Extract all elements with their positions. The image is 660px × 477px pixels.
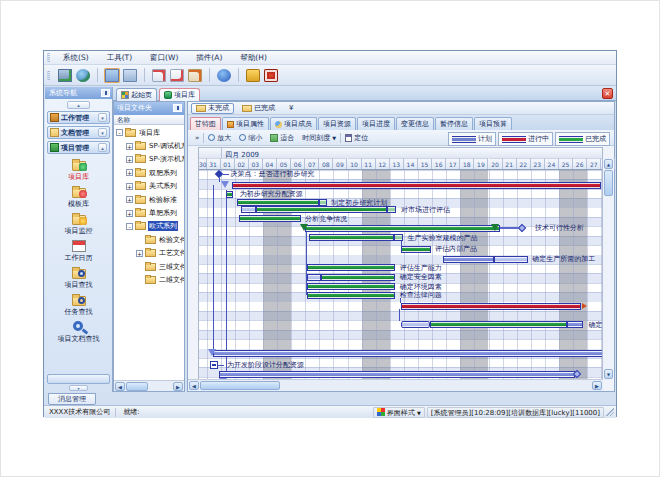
tree-item-6[interactable]: +单肥系列 [114,206,184,219]
gantt-bar[interactable] [307,264,395,271]
tree-item-5[interactable]: +检验标准 [114,193,184,206]
chevron-down-icon[interactable]: ▾ [98,128,107,137]
gantt-tab-1[interactable]: 项目属性 [222,117,269,130]
sidebar-section-1[interactable]: 文档管理▾ [47,126,110,139]
gantt-tab-4[interactable]: 项目进度 [357,117,395,130]
message-management-tab[interactable]: 消息管理 [48,393,96,405]
collapse-icon[interactable]: - [116,129,123,136]
ui-style-button[interactable]: 界面样式 ▼ [373,407,425,418]
gantt-bar[interactable] [226,191,233,198]
gantt-bar[interactable] [387,206,396,213]
scroll-down-icon[interactable]: ▼ [604,369,613,379]
tree-item-9[interactable]: +工艺文件 [114,247,184,260]
menu-item-0[interactable]: 系统(S) [54,53,98,63]
mail-send-icon[interactable] [188,69,202,82]
gantt-tab-6[interactable]: 暂停信息 [435,117,473,130]
sidebar-collapsed-section[interactable] [47,374,110,384]
sidebar-item-5[interactable]: 任务查找 [45,292,112,317]
gantt-bar[interactable] [307,274,321,281]
scroll-right-icon[interactable]: ▶ [592,381,602,390]
scroll-left-icon[interactable]: ◀ [115,382,125,391]
gantt-tab-0[interactable]: 甘特图 [190,117,221,130]
expand-icon[interactable]: + [126,210,133,217]
folder-view-icon[interactable] [123,69,137,82]
doc-tab-1[interactable]: 项目库 [159,88,200,101]
tree-item-2[interactable]: +SP-演示机系 [114,153,184,166]
menu-item-3[interactable]: 插件(A) [187,53,231,63]
gantt-bar[interactable] [305,225,500,232]
sidebar-item-3[interactable]: 工作日历 [45,238,112,263]
milestone-box-icon[interactable] [210,361,218,369]
gantt-bar[interactable] [401,246,431,253]
tree-horizontal-scrollbar[interactable]: ◀ ▶ [114,380,184,391]
tree-item-11[interactable]: 二维文件 [114,273,184,286]
gantt-bar[interactable] [239,215,301,222]
sidebar-section-2[interactable]: 项目管理▴ [47,141,110,154]
tree-item-3[interactable]: +双肥系列 [114,166,184,179]
gantt-bar[interactable] [567,321,583,328]
gantt-tab-5[interactable]: 变更信息 [396,117,434,130]
sidebar-item-4[interactable]: 项目查找 [45,265,112,290]
scroll-right-icon[interactable]: ▶ [173,382,183,391]
toolbar-more-button[interactable]: » [191,134,203,142]
pin-icon[interactable] [101,89,110,97]
gantt-bar[interactable] [430,321,567,328]
sidebar-item-1[interactable]: 模板库 [45,184,112,209]
tree-item-10[interactable]: 三维文件 [114,260,184,273]
sidebar-item-2[interactable]: 项目监控 [45,211,112,236]
gantt-tab-3[interactable]: 项目资源 [318,117,356,130]
scroll-left-icon[interactable]: ◀ [189,381,199,390]
expand-icon[interactable]: + [126,196,133,203]
gantt-chart-body[interactable]: 决策点：是否进行初步研究为初步研究分配资源制定初步研究计划对市场进行评估分析竞争… [198,169,603,380]
sidebar-section-0[interactable]: 工作管理▾ [47,111,110,124]
expand-icon[interactable]: + [126,169,133,176]
milestone-icon[interactable] [215,170,223,178]
expand-icon[interactable]: + [126,143,133,150]
milestone-icon[interactable] [518,224,526,232]
tree-item-1[interactable]: +SP-调试机系 [114,139,184,152]
gantt-bar[interactable] [213,350,603,357]
folder-open-icon[interactable] [105,69,119,82]
gantt-bar[interactable] [443,256,494,263]
zoom-out-button[interactable]: 缩小 [235,133,266,143]
help-icon[interactable] [217,69,231,82]
gantt-bar[interactable] [321,274,396,281]
gantt-bar[interactable] [394,234,403,241]
scroll-thumb[interactable] [604,170,613,196]
gantt-tab-2[interactable]: 项目成员 [270,117,317,130]
gantt-bar[interactable] [319,199,327,206]
locate-button[interactable]: 定位 [341,133,372,143]
lock-icon[interactable] [246,69,260,82]
sidebar-item-0[interactable]: 项目库 [45,157,112,182]
pin-icon[interactable] [173,104,182,112]
chevron-down-icon[interactable]: ▾ [98,113,107,122]
mail-new-icon[interactable] [152,69,166,82]
collapse-icon[interactable]: - [126,223,133,230]
scroll-thumb[interactable] [200,381,280,390]
gantt-bar[interactable] [401,303,581,310]
expand-icon[interactable]: + [126,183,133,190]
sidebar-item-6[interactable]: 项目文档查找 [45,319,112,344]
scroll-thumb[interactable] [126,382,148,391]
resize-grip[interactable] [606,408,614,416]
tree-item-4[interactable]: +美式系列 [114,180,184,193]
menu-item-4[interactable]: 帮助(H) [231,53,276,63]
gantt-bar[interactable] [256,206,387,213]
gantt-bar[interactable] [241,206,256,213]
tree-item-0[interactable]: -项目库 [114,126,184,139]
mail-check-icon[interactable] [170,69,184,82]
gantt-bar[interactable] [401,321,430,328]
menu-item-2[interactable]: 窗口(W) [141,53,187,63]
gantt-bar[interactable] [307,292,395,299]
gantt-vertical-scrollbar[interactable]: ▲ ▼ [602,158,613,380]
zoom-in-button[interactable]: 放大 [204,133,235,143]
chevron-down-icon[interactable]: ▾ [69,385,88,391]
gantt-bar[interactable] [307,283,395,290]
gantt-bar[interactable] [494,256,528,263]
fit-button[interactable]: 适合 [266,133,298,143]
gantt-bar[interactable] [237,199,319,206]
workspace-icon[interactable] [58,69,72,82]
tree-item-7[interactable]: -欧式系列 [114,220,184,233]
expand-icon[interactable]: + [136,250,143,257]
tree-item-8[interactable]: 检验文件 [114,233,184,246]
